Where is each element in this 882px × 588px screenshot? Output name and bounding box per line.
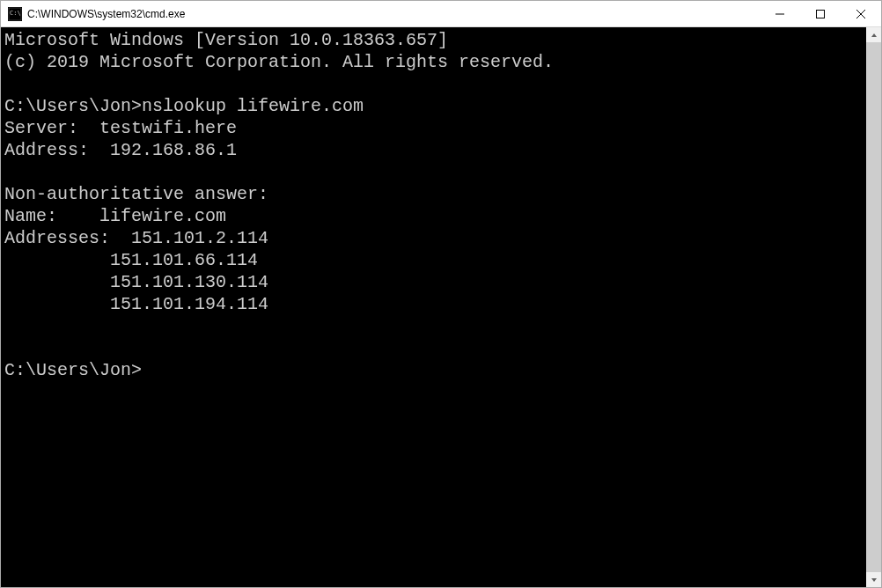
- command-1: nslookup lifewire.com: [142, 96, 364, 116]
- cmd-icon: C:\: [8, 7, 22, 21]
- svg-text:C:\: C:\: [10, 10, 21, 17]
- addr-3: 151.101.130.114: [110, 272, 268, 292]
- minimize-button[interactable]: [760, 1, 800, 26]
- scroll-up-button[interactable]: [866, 27, 881, 42]
- addr-indent: [4, 272, 110, 292]
- scroll-down-button[interactable]: [866, 572, 881, 587]
- cmd-window: C:\ C:\WINDOWS\system32\cmd.exe Microsof…: [0, 0, 882, 588]
- addr-1: 151.101.2.114: [131, 228, 268, 248]
- server-value: testwifi.here: [99, 118, 237, 138]
- terminal-container: Microsoft Windows [Version 10.0.18363.65…: [1, 27, 881, 587]
- banner-line-1: Microsoft Windows [Version 10.0.18363.65…: [4, 30, 448, 50]
- window-title: C:\WINDOWS\system32\cmd.exe: [27, 8, 760, 20]
- address-label: Address:: [4, 140, 110, 160]
- svg-marker-8: [871, 578, 877, 582]
- maximize-button[interactable]: [800, 1, 841, 26]
- close-button[interactable]: [841, 1, 881, 26]
- window-controls: [760, 1, 881, 26]
- scrollbar-track[interactable]: [866, 42, 881, 572]
- name-value: lifewire.com: [99, 206, 226, 226]
- prompt-2: C:\Users\Jon>: [4, 360, 142, 380]
- addr-indent: [4, 250, 110, 270]
- titlebar[interactable]: C:\ C:\WINDOWS\system32\cmd.exe: [1, 1, 881, 27]
- prompt-1: C:\Users\Jon>: [4, 96, 142, 116]
- scrollbar-thumb[interactable]: [866, 42, 881, 572]
- svg-rect-4: [817, 10, 825, 18]
- name-label: Name:: [4, 206, 99, 226]
- banner-line-2: (c) 2019 Microsoft Corporation. All righ…: [4, 52, 554, 72]
- vertical-scrollbar[interactable]: [866, 27, 881, 587]
- nonauth-label: Non-authoritative answer:: [4, 184, 268, 204]
- terminal-output[interactable]: Microsoft Windows [Version 10.0.18363.65…: [1, 27, 866, 587]
- addr-indent: [4, 294, 110, 314]
- server-label: Server:: [4, 118, 99, 138]
- svg-marker-7: [871, 33, 877, 37]
- addr-4: 151.101.194.114: [110, 294, 268, 314]
- addr-2: 151.101.66.114: [110, 250, 258, 270]
- addresses-label: Addresses:: [4, 228, 131, 248]
- address-value: 192.168.86.1: [110, 140, 237, 160]
